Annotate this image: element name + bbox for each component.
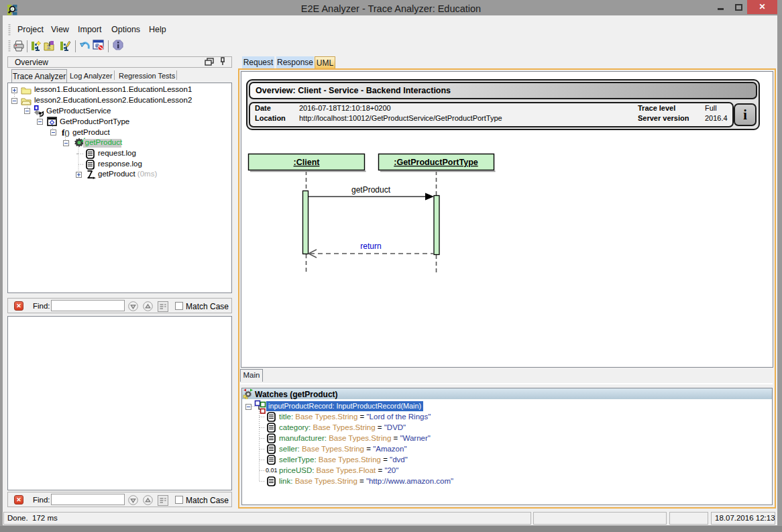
svg-text:return: return (360, 242, 381, 251)
svg-text:i: i (97, 44, 97, 48)
svg-text::Client: :Client (294, 158, 321, 167)
svg-text:getProduct: getProduct (351, 185, 391, 195)
svg-text::GetProductPortType: :GetProductPortType (394, 158, 478, 167)
